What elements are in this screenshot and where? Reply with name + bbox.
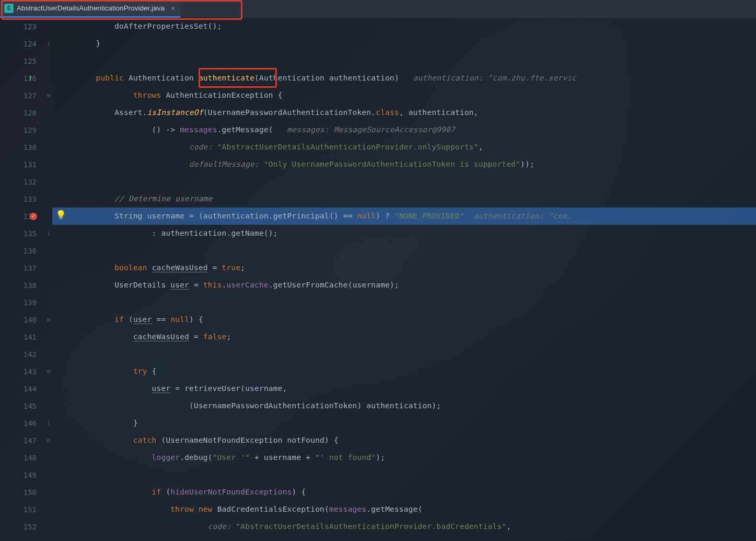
code-line[interactable]: defaultMessage: "Only UsernamePasswordAu… [59, 156, 756, 173]
gutter-line-number[interactable]: 144 [0, 380, 52, 397]
editor-tab[interactable]: C AbstractUserDetailsAuthenticationProvi… [0, 0, 180, 18]
gutter-line-number[interactable]: 151 [0, 501, 52, 518]
close-icon[interactable]: × [171, 5, 175, 11]
code-line[interactable] [59, 466, 756, 484]
code-line[interactable]: try { [59, 363, 756, 380]
code-line[interactable]: () -> messages.getMessage( messages: Mes… [59, 121, 756, 139]
code-line[interactable] [59, 242, 756, 259]
fold-icon[interactable]: ⌋ [47, 41, 50, 47]
gutter-line-number[interactable]: 133 [0, 190, 52, 208]
gutter-line-number[interactable]: 134 [0, 208, 52, 225]
fold-icon[interactable]: ⌋ [47, 421, 50, 426]
code-line[interactable]: } [59, 415, 756, 432]
gutter-line-number[interactable]: 140⊟ [0, 311, 52, 328]
gutter-line-number[interactable]: 141 [0, 328, 52, 346]
gutter-line-number[interactable]: 129 [0, 121, 52, 139]
gutter-line-number[interactable]: 132 [0, 173, 52, 190]
code-line[interactable]: logger.debug("User '" + username + "' no… [59, 449, 756, 466]
gutter-line-number[interactable]: 139 [0, 294, 52, 311]
gutter-line-number[interactable]: 128 [0, 104, 52, 121]
code-line[interactable]: UserDetails user = this.userCache.getUse… [59, 277, 756, 294]
gutter-line-number[interactable]: 148 [0, 449, 52, 466]
code-line[interactable] [59, 346, 756, 363]
code-line[interactable]: throw new BadCredentialsException(messag… [59, 501, 756, 518]
code-line[interactable]: if (user == null) { [59, 311, 756, 328]
gutter-line-number[interactable]: 131 [0, 156, 52, 173]
java-class-icon: C [4, 4, 14, 13]
fold-icon[interactable]: ⊟ [47, 317, 50, 323]
code-line[interactable]: Assert.isInstanceOf(UsernamePasswordAuth… [59, 104, 756, 121]
breakpoint-icon[interactable] [29, 212, 38, 221]
code-line[interactable]: cacheWasUsed = false; [59, 328, 756, 346]
editor-tab-bar: C AbstractUserDetailsAuthenticationProvi… [0, 0, 756, 18]
gutter-line-number[interactable]: 124⌋ [0, 35, 52, 52]
code-line[interactable]: // Determine username [59, 190, 756, 208]
gutter-line-number[interactable]: 130 [0, 139, 52, 156]
code-line[interactable]: : authentication.getName(); [59, 225, 756, 242]
code-editor[interactable]: 123124⌋125126⬆127⊟1281291301311321331341… [0, 18, 756, 535]
code-line[interactable] [59, 294, 756, 311]
gutter-line-number[interactable]: 150 [0, 484, 52, 501]
gutter-line-number[interactable]: 136 [0, 242, 52, 259]
code-line[interactable] [59, 52, 756, 70]
code-area[interactable]: doAfterPropertiesSet(); } public Authent… [52, 18, 756, 535]
code-line[interactable]: code: "AbstractUserDetailsAuthentication… [59, 518, 756, 535]
fold-icon[interactable]: ⊟ [47, 438, 50, 443]
code-line[interactable]: code: "AbstractUserDetailsAuthentication… [59, 139, 756, 156]
code-line[interactable]: throws AuthenticationException { [59, 87, 756, 104]
override-marker-icon[interactable]: ⬆ [26, 74, 34, 83]
gutter-line-number[interactable]: 142 [0, 346, 52, 363]
gutter-line-number[interactable]: 127⊟ [0, 87, 52, 104]
code-line[interactable]: boolean cacheWasUsed = true; [59, 259, 756, 277]
fold-icon[interactable]: ⊟ [47, 369, 50, 374]
gutter-line-number[interactable]: 143⊟ [0, 363, 52, 380]
gutter-line-number[interactable]: 137 [0, 259, 52, 277]
gutter-line-number[interactable]: 138 [0, 277, 52, 294]
fold-icon[interactable]: ⌋ [47, 231, 50, 236]
gutter-line-number[interactable]: 145 [0, 397, 52, 415]
code-line[interactable]: String username = (authentication.getPri… [59, 208, 756, 225]
gutter-line-number[interactable]: 123 [0, 18, 52, 35]
code-line[interactable] [59, 173, 756, 190]
fold-icon[interactable]: ⊟ [47, 93, 50, 98]
code-line[interactable]: (UsernamePasswordAuthenticationToken) au… [59, 397, 756, 415]
code-line[interactable]: } [59, 35, 756, 52]
tab-title: AbstractUserDetailsAuthenticationProvide… [17, 5, 165, 12]
code-line[interactable]: if (hideUserNotFoundExceptions) { [59, 484, 756, 501]
gutter-line-number[interactable]: 147⊟ [0, 432, 52, 449]
gutter-line-number[interactable]: 125 [0, 52, 52, 70]
code-line[interactable]: user = retrieveUser(username, [59, 380, 756, 397]
intention-bulb-icon[interactable]: 💡 [55, 211, 66, 220]
code-line[interactable]: public Authentication authenticate(Authe… [59, 70, 756, 87]
gutter[interactable]: 123124⌋125126⬆127⊟1281291301311321331341… [0, 18, 52, 535]
code-line[interactable]: doAfterPropertiesSet(); [59, 18, 756, 35]
gutter-line-number[interactable]: 135⌋ [0, 225, 52, 242]
gutter-line-number[interactable]: 149 [0, 466, 52, 484]
gutter-line-number[interactable]: 146⌋ [0, 415, 52, 432]
gutter-line-number[interactable]: 126⬆ [0, 70, 52, 87]
code-line[interactable]: catch (UsernameNotFoundException notFoun… [59, 432, 756, 449]
gutter-line-number[interactable]: 152 [0, 518, 52, 535]
